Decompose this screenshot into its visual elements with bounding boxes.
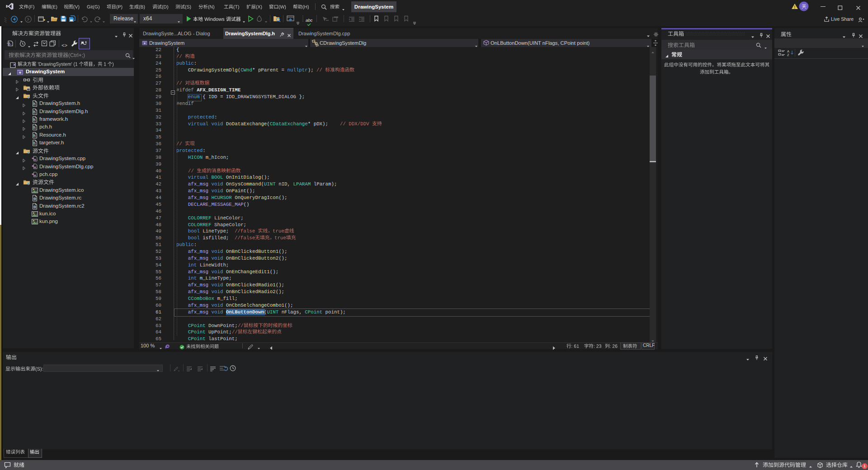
svg-text:h: h <box>33 102 36 107</box>
svg-text:h: h <box>33 142 36 146</box>
svg-text:h: h <box>33 118 36 123</box>
svg-text:h: h <box>33 126 36 130</box>
svg-text:h: h <box>33 134 36 138</box>
svg-text:h: h <box>33 110 36 115</box>
svg-text:Z: Z <box>787 53 789 57</box>
